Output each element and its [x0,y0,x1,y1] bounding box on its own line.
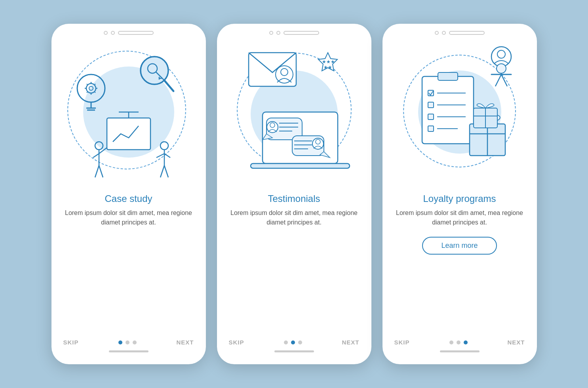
camera-dot-1 [104,31,108,35]
card-title-3: Loyalty programs [423,193,496,204]
svg-rect-60 [428,102,434,108]
svg-line-13 [86,91,88,93]
speaker-dot-3 [442,31,446,35]
speaker-dot-2 [276,31,280,35]
dots-3 [449,340,468,344]
svg-line-33 [160,165,164,177]
skip-button-2[interactable]: SKIP [229,339,244,346]
speaker-bar-3 [449,31,485,35]
svg-point-44 [267,122,278,133]
learn-more-button[interactable]: Learn more [422,237,497,255]
dot-1-1 [118,340,122,344]
phones-container: Case study Lorem ipsum dolor sit dim ame… [51,24,537,364]
home-indicator-2 [274,350,314,352]
svg-line-12 [94,84,95,85]
svg-rect-20 [107,118,150,150]
card-desc-2: Lorem ipsum dolor sit dim amet, mea regi… [229,208,360,227]
svg-line-28 [99,165,103,177]
skip-button-3[interactable]: SKIP [394,339,410,346]
dot-2-2 [291,340,295,344]
svg-rect-41 [251,164,350,168]
dot-3-2 [457,340,461,344]
dots-2 [284,340,302,344]
text-area-loyalty: Loyalty programs Lorem ipsum dolor sit d… [382,189,537,339]
illustration-loyalty [382,39,537,189]
phone-loyalty: Loyalty programs Lorem ipsum dolor sit d… [382,24,537,364]
loyalty-svg [394,45,525,191]
text-area-testimonials: Testimonials Lorem ipsum dolor sit dim a… [217,189,371,339]
top-bar-3 [382,24,537,35]
svg-line-31 [156,154,164,158]
svg-point-23 [95,142,103,150]
svg-rect-57 [438,72,458,80]
phone-case-study: Case study Lorem ipsum dolor sit dim ame… [51,24,206,364]
bottom-nav-2: SKIP NEXT [217,339,371,346]
top-bar-1 [51,24,206,35]
bottom-nav-3: SKIP NEXT [382,339,537,346]
case-study-svg [63,47,194,189]
dot-2-3 [298,340,302,344]
card-title-1: Case study [105,193,152,204]
dots-1 [118,340,137,344]
speaker-bar-1 [118,31,154,35]
svg-line-76 [495,74,501,86]
next-button-2[interactable]: NEXT [342,339,359,346]
svg-rect-64 [428,126,434,131]
svg-text:★★: ★★ [323,65,332,70]
svg-rect-62 [428,114,434,120]
dot-1-3 [133,340,137,344]
svg-point-5 [89,86,93,90]
illustration-case-study [51,39,206,189]
bottom-nav-1: SKIP NEXT [51,339,206,346]
svg-line-15 [164,80,173,91]
camera-dot-3 [435,31,439,35]
svg-text:★★★: ★★★ [322,59,335,65]
svg-point-78 [497,64,506,73]
next-button-1[interactable]: NEXT [176,339,194,346]
camera-dot-2 [269,31,273,35]
svg-point-51 [312,138,323,149]
speaker-bar-2 [284,31,319,35]
svg-line-26 [93,154,99,158]
card-desc-1: Lorem ipsum dolor sit dim amet, mea regi… [63,208,194,227]
svg-point-0 [77,74,105,102]
phone-testimonials: ★★★ ★★ [217,24,371,364]
skip-button-1[interactable]: SKIP [63,339,79,346]
dot-1-2 [126,340,129,344]
home-indicator-3 [440,350,480,352]
dot-3-3 [464,340,468,344]
testimonials-svg: ★★★ ★★ [229,45,360,191]
text-area-case-study: Case study Lorem ipsum dolor sit dim ame… [51,189,206,339]
next-button-3[interactable]: NEXT [507,339,525,346]
card-title-2: Testimonials [268,193,320,204]
svg-line-25 [99,148,107,154]
svg-line-77 [501,74,507,86]
svg-rect-56 [422,76,474,144]
illustration-testimonials: ★★★ ★★ [217,39,371,189]
dot-2-1 [284,340,288,344]
svg-line-34 [164,165,168,177]
svg-line-10 [86,84,88,85]
svg-point-29 [160,142,168,150]
home-indicator-1 [109,350,148,352]
svg-line-11 [94,91,95,93]
svg-line-27 [95,165,99,177]
speaker-dot-1 [111,31,115,35]
card-desc-3: Lorem ipsum dolor sit dim amet, mea regi… [394,208,525,227]
top-bar-2 [217,24,371,35]
dot-3-1 [449,340,453,344]
svg-line-32 [164,154,170,158]
